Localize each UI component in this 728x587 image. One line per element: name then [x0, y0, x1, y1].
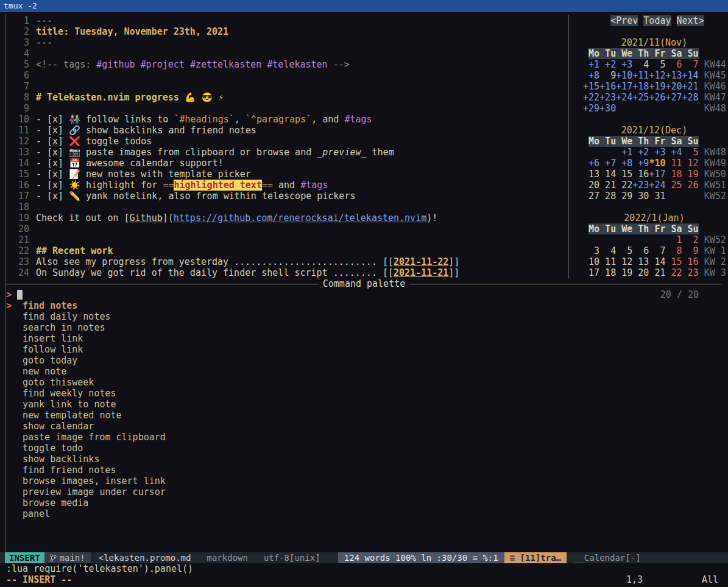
- calendar-day[interactable]: +10: [616, 70, 632, 81]
- palette-item[interactable]: goto today: [6, 355, 722, 366]
- calendar-day[interactable]: 3: [583, 245, 599, 256]
- calendar-day[interactable]: 4: [632, 59, 649, 70]
- calendar-day[interactable]: +1: [583, 59, 599, 70]
- calendar-day[interactable]: 1: [665, 234, 682, 245]
- palette-item[interactable]: search in notes: [6, 322, 722, 333]
- calendar-day[interactable]: +21: [682, 81, 699, 92]
- calendar-day[interactable]: +12: [649, 70, 665, 81]
- calendar-day[interactable]: +9: [632, 158, 649, 169]
- calendar-day[interactable]: 7: [682, 59, 699, 70]
- calendar-day[interactable]: +11: [632, 70, 649, 81]
- calendar-day[interactable]: +23: [599, 92, 616, 103]
- calendar-day[interactable]: 27: [583, 191, 599, 202]
- calendar-day[interactable]: +26: [649, 92, 665, 103]
- calendar-day[interactable]: +20: [665, 81, 682, 92]
- calendar-day[interactable]: 25: [665, 180, 682, 191]
- calendar-day[interactable]: +1: [616, 147, 632, 158]
- editor-link[interactable]: https://github.com/renerocksai/telekaste…: [174, 213, 426, 223]
- calendar-day[interactable]: 11: [665, 158, 682, 169]
- calendar-day[interactable]: 6: [632, 245, 649, 256]
- calendar-day[interactable]: +24: [649, 180, 665, 191]
- calendar-day[interactable]: 4: [599, 245, 616, 256]
- calendar-day[interactable]: 17: [583, 267, 599, 278]
- calendar-day[interactable]: +15: [583, 81, 599, 92]
- calendar-day[interactable]: 12: [616, 256, 632, 267]
- calendar-day[interactable]: 29: [616, 191, 632, 202]
- calendar-day[interactable]: +29: [583, 103, 599, 114]
- calendar-day[interactable]: 5: [649, 59, 665, 70]
- calendar-day[interactable]: +24: [616, 92, 632, 103]
- palette-item[interactable]: find weekly notes: [6, 388, 722, 399]
- palette-item[interactable]: panel: [6, 508, 722, 519]
- calendar-day[interactable]: +8: [583, 70, 599, 81]
- calendar-day[interactable]: 26: [682, 180, 699, 191]
- calendar-day[interactable]: 19: [682, 169, 699, 180]
- calendar-day[interactable]: 31: [649, 191, 665, 202]
- palette-item[interactable]: insert link: [6, 333, 722, 344]
- palette-item[interactable]: > find notes: [6, 300, 722, 311]
- calendar-day[interactable]: 10: [583, 256, 599, 267]
- calendar-day[interactable]: 20: [632, 267, 649, 278]
- calendar-day[interactable]: 16: [682, 256, 699, 267]
- calendar-day[interactable]: 21: [599, 180, 616, 191]
- calendar-day[interactable]: 7: [649, 245, 665, 256]
- calendar-day[interactable]: *10: [649, 158, 665, 169]
- calendar-day[interactable]: 22: [665, 267, 682, 278]
- calendar-day[interactable]: +2: [632, 147, 649, 158]
- calendar-day[interactable]: 9: [682, 245, 699, 256]
- editor-pane[interactable]: 1---2title: Tuesday, November 23th, 2021…: [6, 15, 567, 278]
- palette-item[interactable]: find friend notes: [6, 465, 722, 476]
- calendar-day[interactable]: +19: [649, 81, 665, 92]
- calendar-day[interactable]: +23: [632, 180, 649, 191]
- calendar-day[interactable]: +22: [583, 92, 599, 103]
- calendar-day[interactable]: +18: [632, 81, 649, 92]
- palette-item[interactable]: new note: [6, 366, 722, 377]
- calendar-day[interactable]: +14: [682, 70, 699, 81]
- palette-item[interactable]: find daily notes: [6, 311, 722, 322]
- calendar-day[interactable]: +28: [682, 92, 699, 103]
- calendar-day[interactable]: +4: [665, 147, 682, 158]
- palette-item[interactable]: preview image under cursor: [6, 487, 722, 497]
- calendar-day[interactable]: 9: [599, 70, 616, 81]
- calendar-day[interactable]: +17: [649, 169, 665, 180]
- calendar-day[interactable]: +3: [649, 147, 665, 158]
- calendar-day[interactable]: 8: [665, 245, 682, 256]
- calendar-day[interactable]: 11: [599, 256, 616, 267]
- calendar-day[interactable]: +8: [616, 158, 632, 169]
- calendar-day[interactable]: +3: [616, 59, 632, 70]
- calendar-day[interactable]: 30: [632, 191, 649, 202]
- palette-item[interactable]: new templated note: [6, 410, 722, 421]
- calendar-day[interactable]: 13: [632, 256, 649, 267]
- calendar-prev-button[interactable]: <Prev: [610, 15, 638, 26]
- calendar-day[interactable]: +27: [665, 92, 682, 103]
- palette-item[interactable]: browse images, insert link: [6, 476, 722, 487]
- calendar-day[interactable]: 21: [649, 267, 665, 278]
- calendar-day[interactable]: +25: [632, 92, 649, 103]
- palette-item[interactable]: show backlinks: [6, 454, 722, 465]
- calendar-day[interactable]: 19: [616, 267, 632, 278]
- calendar-day[interactable]: 15: [665, 256, 682, 267]
- calendar-day[interactable]: +7: [599, 158, 616, 169]
- calendar-day[interactable]: 20: [583, 180, 599, 191]
- calendar-day[interactable]: 12: [682, 158, 699, 169]
- calendar-day[interactable]: +16: [599, 81, 616, 92]
- palette-item[interactable]: toggle todo: [6, 443, 722, 454]
- calendar-day[interactable]: +17: [616, 81, 632, 92]
- calendar-day[interactable]: 16: [632, 169, 649, 180]
- calendar-day[interactable]: 22: [616, 180, 632, 191]
- editor-link[interactable]: 2021-11-21: [394, 267, 448, 278]
- palette-item[interactable]: browse media: [6, 497, 722, 508]
- calendar-day[interactable]: 14: [649, 256, 665, 267]
- calendar-today-button[interactable]: Today: [643, 15, 671, 26]
- palette-item[interactable]: follow link: [6, 344, 722, 355]
- calendar-day[interactable]: +2: [599, 59, 616, 70]
- calendar-day[interactable]: +13: [665, 70, 682, 81]
- palette-item[interactable]: show calendar: [6, 421, 722, 432]
- calendar-day[interactable]: +6: [583, 158, 599, 169]
- calendar-day[interactable]: 14: [599, 169, 616, 180]
- calendar-day[interactable]: 18: [665, 169, 682, 180]
- calendar-day[interactable]: +30: [599, 103, 616, 114]
- calendar-day[interactable]: 18: [599, 267, 616, 278]
- palette-item[interactable]: paste image from clipboard: [6, 432, 722, 443]
- calendar-day[interactable]: 28: [599, 191, 616, 202]
